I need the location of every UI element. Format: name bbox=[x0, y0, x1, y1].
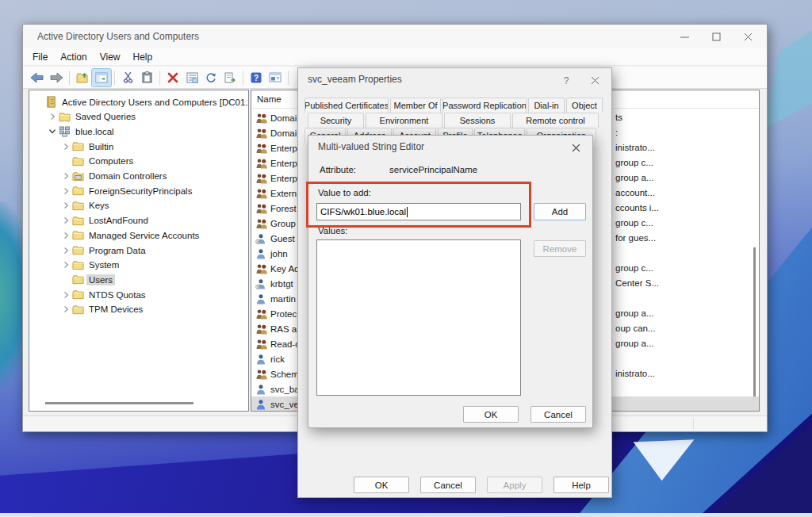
tree-item-tpm-devices[interactable]: TPM Devices bbox=[29, 302, 248, 317]
list-item-label: john bbox=[270, 249, 288, 258]
chevron-collapsed-icon[interactable] bbox=[59, 216, 72, 224]
properties-list-icon[interactable] bbox=[182, 69, 201, 86]
editor-ok-button[interactable]: OK bbox=[463, 406, 519, 423]
multivalue-editor-dialog: Multi-valued String Editor Attribute: se… bbox=[308, 135, 593, 428]
group-icon bbox=[255, 113, 270, 124]
folder-icon bbox=[72, 186, 86, 196]
properties-dialog-title: svc_veeam Properties bbox=[308, 74, 402, 85]
chevron-collapsed-icon[interactable] bbox=[59, 261, 72, 269]
list-item-label: Key Ad bbox=[270, 264, 299, 274]
tree-panel[interactable]: Active Directory Users and Computers [DC… bbox=[29, 90, 249, 412]
chevron-collapsed-icon[interactable] bbox=[59, 172, 72, 180]
close-button[interactable] bbox=[732, 25, 764, 48]
tree-item-label: ForeignSecurityPrincipals bbox=[86, 186, 194, 197]
menu-view[interactable]: View bbox=[94, 50, 127, 64]
tab-remote-control[interactable]: Remote control bbox=[512, 113, 599, 128]
tree-item-foreignsecurityprincipals[interactable]: ForeignSecurityPrincipals bbox=[29, 183, 248, 198]
list-item-label: Guest bbox=[270, 234, 295, 243]
properties-ok-button[interactable]: OK bbox=[354, 477, 409, 493]
tree-item-blue-local[interactable]: blue.local bbox=[29, 124, 248, 139]
editor-close-icon[interactable] bbox=[564, 139, 588, 156]
chevron-collapsed-icon[interactable] bbox=[59, 201, 72, 209]
tab-security[interactable]: Security bbox=[308, 113, 364, 128]
value-input[interactable]: CIFS/wk01.blue.local bbox=[316, 203, 521, 220]
cut-icon[interactable] bbox=[118, 69, 137, 86]
paste-icon[interactable] bbox=[137, 69, 156, 86]
refresh-icon[interactable] bbox=[201, 69, 220, 86]
chevron-collapsed-icon[interactable] bbox=[59, 143, 72, 151]
window-list-icon[interactable] bbox=[266, 69, 285, 86]
add-button[interactable]: Add bbox=[534, 203, 586, 220]
help-icon[interactable]: ? bbox=[247, 69, 266, 86]
user-badge-icon bbox=[255, 233, 270, 244]
editor-cancel-button[interactable]: Cancel bbox=[530, 406, 586, 423]
values-listbox[interactable] bbox=[316, 239, 521, 396]
tree-horizontal-scrollbar[interactable] bbox=[45, 402, 193, 404]
tree-item-program-data[interactable]: Program Data bbox=[29, 243, 248, 258]
tree-item-domain-controllers[interactable]: Domain Controllers bbox=[29, 169, 248, 184]
chevron-collapsed-icon[interactable] bbox=[59, 232, 72, 239]
group-icon bbox=[255, 128, 270, 139]
remove-button[interactable]: Remove bbox=[534, 240, 586, 257]
console-tree-icon[interactable] bbox=[92, 69, 111, 86]
properties-apply-button[interactable]: Apply bbox=[487, 477, 542, 493]
tab-password-replication[interactable]: Password Replication bbox=[442, 98, 527, 113]
description-fragment: group c... bbox=[615, 158, 653, 167]
properties-close-icon[interactable] bbox=[583, 71, 607, 89]
user-icon bbox=[255, 248, 270, 259]
menu-file[interactable]: File bbox=[26, 50, 54, 64]
minimize-button[interactable] bbox=[668, 25, 700, 48]
tree-item-managed-service-accounts[interactable]: Managed Service Accounts bbox=[29, 228, 248, 243]
toolbar-separator bbox=[243, 71, 243, 85]
tab-dial-in[interactable]: Dial-in bbox=[528, 98, 565, 113]
list-item-label: Domai bbox=[270, 128, 297, 138]
tab-published-certificates[interactable]: Published Certificates bbox=[304, 98, 389, 113]
group-icon bbox=[255, 203, 270, 214]
tree-item-keys[interactable]: Keys bbox=[29, 198, 248, 213]
up-folder-icon[interactable] bbox=[73, 69, 92, 86]
forward-icon[interactable] bbox=[47, 69, 66, 86]
delete-icon[interactable] bbox=[163, 69, 182, 86]
export-list-icon[interactable] bbox=[220, 69, 239, 86]
tree-item-saved-queries[interactable]: Saved Queries bbox=[29, 109, 248, 124]
tab-sessions[interactable]: Sessions bbox=[444, 113, 511, 128]
properties-cancel-button[interactable]: Cancel bbox=[420, 477, 476, 493]
group-icon bbox=[255, 173, 270, 184]
tree-item-label: Saved Queries bbox=[73, 111, 138, 122]
window-titlebar[interactable]: Active Directory Users and Computers bbox=[23, 25, 767, 48]
tab-environment[interactable]: Environment bbox=[366, 113, 442, 128]
status-bar-divider bbox=[693, 419, 694, 429]
list-item-label: Group bbox=[270, 219, 296, 228]
chevron-collapsed-icon[interactable] bbox=[59, 305, 72, 313]
user-icon bbox=[255, 354, 270, 365]
tab-object[interactable]: Object bbox=[566, 98, 603, 113]
chevron-collapsed-icon[interactable] bbox=[59, 291, 72, 299]
tree-item-computers[interactable]: Computers bbox=[29, 154, 248, 169]
chevron-collapsed-icon[interactable] bbox=[46, 113, 59, 121]
tree-item-lostandfound[interactable]: LostAndFound bbox=[29, 213, 248, 228]
maximize-button[interactable] bbox=[700, 25, 732, 48]
properties-help-icon[interactable]: ? bbox=[554, 71, 578, 89]
tree-item-label: Computers bbox=[86, 155, 136, 167]
group-icon bbox=[255, 158, 270, 169]
chevron-collapsed-icon[interactable] bbox=[59, 247, 72, 255]
editor-dialog-titlebar[interactable]: Multi-valued String Editor bbox=[308, 136, 592, 158]
tree-item-active-directory-users-and-com[interactable]: Active Directory Users and Computers [DC… bbox=[29, 94, 248, 109]
tree-item-users[interactable]: Users bbox=[29, 272, 248, 287]
taskbar-edge bbox=[0, 513, 812, 517]
window-title: Active Directory Users and Computers bbox=[37, 31, 199, 42]
tree-item-system[interactable]: System bbox=[29, 258, 248, 273]
description-fragment: group a... bbox=[615, 339, 654, 348]
menu-help[interactable]: Help bbox=[127, 50, 159, 64]
tab-member-of[interactable]: Member Of bbox=[390, 98, 441, 113]
back-icon[interactable] bbox=[28, 69, 47, 86]
user-icon bbox=[255, 293, 270, 304]
tree-item-builtin[interactable]: Builtin bbox=[29, 139, 248, 154]
chevron-expanded-icon[interactable] bbox=[46, 128, 59, 135]
svg-text:?: ? bbox=[254, 73, 259, 82]
properties-help-button[interactable]: Help bbox=[553, 477, 609, 493]
chevron-collapsed-icon[interactable] bbox=[59, 187, 72, 195]
tree-item-ntds-quotas[interactable]: NTDS Quotas bbox=[29, 287, 248, 302]
menu-action[interactable]: Action bbox=[54, 50, 93, 64]
list-item-label: martin bbox=[270, 294, 296, 304]
